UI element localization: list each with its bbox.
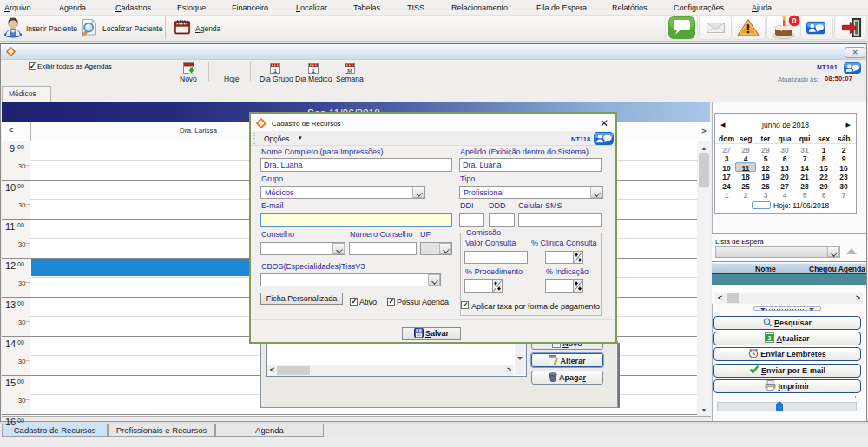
svg-text:1: 1 [273,68,277,74]
svg-text:1: 1 [312,68,315,74]
svg-text:2: 2 [768,335,772,341]
svg-text:M: M [347,68,352,74]
svg-text:0: 0 [792,16,796,25]
